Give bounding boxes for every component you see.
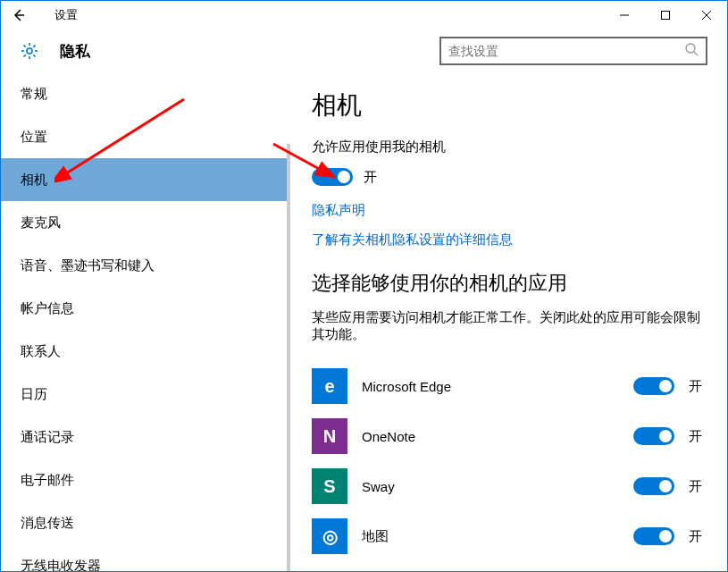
learn-more-link[interactable]: 了解有关相机隐私设置的详细信息 [312, 231, 702, 248]
app-toggle[interactable] [633, 527, 674, 545]
allow-toggle-state: 开 [364, 169, 377, 186]
app-toggle-state: 开 [689, 378, 702, 395]
choose-description: 某些应用需要访问相机才能正常工作。关闭此处的应用可能会限制其功能。 [312, 309, 702, 343]
app-toggle[interactable] [633, 427, 674, 445]
sidebar-item-7[interactable]: 日历 [1, 373, 287, 416]
app-name: 地图 [362, 528, 619, 545]
app-icon: N [312, 418, 347, 454]
back-icon [11, 7, 27, 23]
allow-label: 允许应用使用我的相机 [312, 139, 702, 156]
app-toggle[interactable] [633, 377, 674, 395]
body: 常规位置相机麦克风语音、墨迹书写和键入帐户信息联系人日历通话记录电子邮件消息传送… [1, 72, 727, 572]
sidebar-item-0[interactable]: 常规 [1, 72, 287, 115]
content-heading: 相机 [312, 88, 702, 122]
search-box[interactable] [439, 37, 707, 65]
app-row-0: eMicrosoft Edge开 [312, 361, 702, 411]
svg-rect-2 [662, 12, 670, 20]
allow-toggle[interactable] [312, 168, 353, 186]
svg-line-15 [694, 52, 698, 55]
app-toggle-state: 开 [689, 428, 702, 445]
search-icon [684, 42, 699, 60]
choose-heading: 选择能够使用你的相机的应用 [312, 270, 702, 297]
svg-line-13 [24, 55, 26, 56]
titlebar: 设置 [1, 1, 727, 29]
app-row-1: NOneNote开 [312, 411, 702, 461]
header: 隐私 [1, 29, 727, 72]
minimize-button[interactable] [604, 1, 645, 29]
app-toggle[interactable] [633, 477, 674, 495]
app-row-3: ◎地图开 [312, 511, 702, 561]
svg-line-10 [24, 46, 26, 47]
svg-point-5 [27, 48, 32, 54]
minimize-icon [619, 10, 630, 21]
app-icon: ◎ [312, 518, 347, 554]
sidebar-item-11[interactable]: 无线电收发器 [1, 544, 287, 572]
svg-line-11 [33, 55, 35, 56]
sidebar-item-10[interactable]: 消息传送 [1, 501, 287, 544]
back-button[interactable] [1, 1, 37, 29]
sidebar-item-3[interactable]: 麦克风 [1, 201, 287, 244]
window-controls [604, 1, 727, 29]
sidebar: 常规位置相机麦克风语音、墨迹书写和键入帐户信息联系人日历通话记录电子邮件消息传送… [1, 72, 287, 572]
sidebar-item-5[interactable]: 帐户信息 [1, 287, 287, 330]
app-name: OneNote [362, 429, 619, 444]
allow-toggle-row: 开 [312, 168, 702, 186]
privacy-link[interactable]: 隐私声明 [312, 202, 702, 219]
sidebar-item-2[interactable]: 相机 [1, 158, 287, 201]
app-icon: e [312, 368, 347, 404]
maximize-button[interactable] [645, 1, 686, 29]
svg-point-14 [686, 44, 695, 53]
sidebar-item-4[interactable]: 语音、墨迹书写和键入 [1, 244, 287, 287]
app-list: eMicrosoft Edge开NOneNote开SSway开◎地图开 [312, 361, 702, 561]
app-toggle-state: 开 [689, 528, 702, 545]
content: 相机 允许应用使用我的相机 开 隐私声明 了解有关相机隐私设置的详细信息 选择能… [287, 72, 727, 572]
window-title: 设置 [37, 7, 78, 23]
sidebar-item-1[interactable]: 位置 [1, 115, 287, 158]
search-input[interactable] [448, 44, 684, 58]
gear-icon [21, 42, 38, 60]
svg-line-12 [33, 46, 35, 47]
app-icon: S [312, 468, 347, 504]
app-row-2: SSway开 [312, 461, 702, 511]
sidebar-item-9[interactable]: 电子邮件 [1, 458, 287, 501]
close-icon [701, 10, 712, 21]
app-name: Microsoft Edge [362, 379, 619, 394]
settings-window: 设置 隐私 常规位置相机麦克风语音、墨迹书写和键入帐户信息联系人日历通话 [0, 0, 728, 572]
maximize-icon [660, 10, 671, 21]
app-name: Sway [362, 479, 619, 494]
close-button[interactable] [686, 1, 727, 29]
app-toggle-state: 开 [689, 478, 702, 495]
sidebar-item-8[interactable]: 通话记录 [1, 416, 287, 458]
page-title: 隐私 [60, 41, 90, 62]
sidebar-item-6[interactable]: 联系人 [1, 330, 287, 373]
